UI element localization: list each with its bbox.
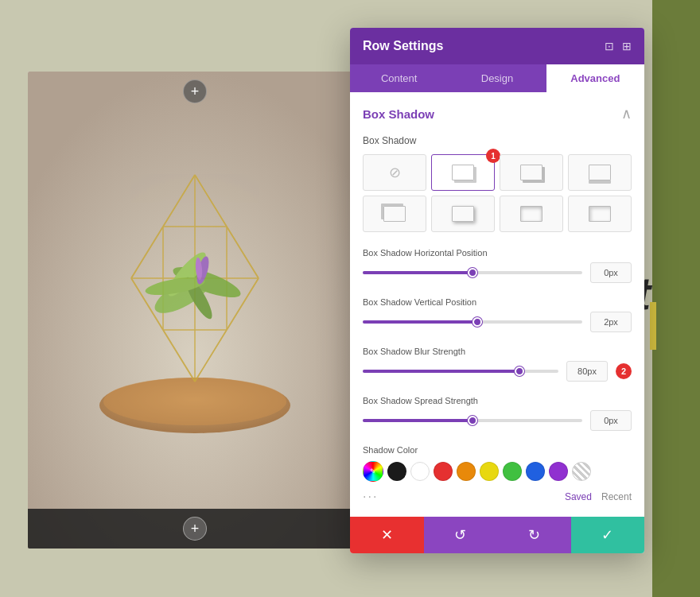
color-swatch-purple[interactable] <box>549 462 568 481</box>
shadow-preview-all <box>452 206 474 222</box>
color-swatch-yellow[interactable] <box>480 462 499 481</box>
slider-fill <box>363 419 472 422</box>
slider-spread-track[interactable] <box>363 419 582 422</box>
color-swatch-white[interactable] <box>410 462 430 481</box>
slider-thumb[interactable] <box>468 268 477 277</box>
cancel-button[interactable]: ✕ <box>350 517 424 553</box>
shadow-option-tl[interactable] <box>363 196 426 232</box>
slider-spread-value[interactable]: 0px <box>590 410 632 431</box>
slider-thumb[interactable] <box>515 366 524 376</box>
reset-icon: ↺ <box>454 526 466 544</box>
panel-header: Row Settings ⊡ ⊞ <box>350 28 644 64</box>
slider-horizontal-value[interactable]: 0px <box>590 262 632 283</box>
slider-spread-strength: Box Shadow Spread Strength 0px <box>363 396 632 431</box>
badge-2: 2 <box>616 363 632 379</box>
tabs-bar: Content Design Advanced <box>350 64 644 92</box>
confirm-button[interactable]: ✓ <box>571 517 645 553</box>
slider-fill <box>363 271 472 274</box>
shadow-preview-outer <box>452 165 474 180</box>
panel-title: Row Settings <box>363 39 443 53</box>
add-section-top-button[interactable]: + <box>183 79 207 103</box>
slider-horizontal-control: 0px <box>363 262 632 283</box>
slider-thumb[interactable] <box>468 416 477 425</box>
tab-content[interactable]: Content <box>350 64 448 92</box>
slider-blur-strength: Box Shadow Blur Strength 80px 2 <box>363 347 632 382</box>
shadow-preview-inset <box>589 206 611 222</box>
shadow-option-bottom[interactable] <box>568 154 632 191</box>
slider-vertical-control: 2px <box>363 312 632 332</box>
panel-header-icons: ⊡ ⊞ <box>605 40 632 52</box>
slider-spread-label: Box Shadow Spread Strength <box>363 396 632 405</box>
slider-fill <box>363 320 477 324</box>
color-swatch-black[interactable] <box>387 462 406 481</box>
slider-vertical-track[interactable] <box>363 320 582 324</box>
slider-vertical-position: Box Shadow Vertical Position 2px <box>363 297 632 332</box>
slider-fill <box>363 370 519 373</box>
saved-tab-saved[interactable]: Saved <box>565 491 592 502</box>
green-accent <box>652 0 700 597</box>
shadow-option-none[interactable]: ⊘ <box>363 154 426 191</box>
color-swatch-orange[interactable] <box>457 462 476 481</box>
slider-track-bg <box>363 370 558 373</box>
shadow-style-grid: ⊘ 1 <box>363 154 632 232</box>
slider-horizontal-label: Box Shadow Horizontal Position <box>363 248 632 258</box>
shadow-preview-bottom <box>589 165 611 180</box>
saved-tabs: Saved Recent <box>565 491 632 502</box>
plant-illustration <box>28 72 362 549</box>
confirm-icon: ✓ <box>601 526 613 544</box>
photo-container: + + <box>28 72 362 549</box>
no-shadow-icon: ⊘ <box>389 164 401 181</box>
panel-responsive-icon[interactable]: ⊡ <box>605 40 614 52</box>
slider-blur-control: 80px 2 <box>363 361 632 382</box>
slider-horizontal-position: Box Shadow Horizontal Position 0px <box>363 248 632 283</box>
reset-button[interactable]: ↺ <box>424 517 498 553</box>
slider-horizontal-track[interactable] <box>363 271 582 274</box>
section-title: Box Shadow <box>363 107 434 121</box>
more-options-icon[interactable]: ··· <box>363 490 378 504</box>
slider-blur-value[interactable]: 80px <box>566 361 608 382</box>
shadow-option-outer[interactable]: 1 <box>431 154 495 191</box>
settings-panel: Row Settings ⊡ ⊞ Content Design Advanced… <box>350 28 644 553</box>
shadow-option-all[interactable] <box>431 196 495 232</box>
shadow-option-inner[interactable] <box>500 196 563 232</box>
add-section-bottom-button[interactable]: + <box>183 517 207 541</box>
panel-expand-icon[interactable]: ⊞ <box>622 40 632 52</box>
shadow-preview-inner <box>520 206 542 222</box>
slider-blur-label: Box Shadow Blur Strength <box>363 347 632 356</box>
saved-tab-recent[interactable]: Recent <box>601 491 632 502</box>
color-swatch-blue[interactable] <box>526 462 545 481</box>
cancel-icon: ✕ <box>381 526 393 544</box>
color-label: Shadow Color <box>363 445 632 455</box>
slider-vertical-value[interactable]: 2px <box>590 312 632 332</box>
redo-button[interactable]: ↻ <box>497 517 571 553</box>
panel-content: Box Shadow ∧ Box Shadow ⊘ 1 <box>350 92 644 517</box>
badge-1: 1 <box>486 149 500 163</box>
shadow-preview-tl <box>383 206 406 222</box>
svg-point-2 <box>103 378 286 425</box>
action-bar: ✕ ↺ ↻ ✓ <box>350 517 644 553</box>
box-shadow-field-label: Box Shadow <box>363 135 632 146</box>
shadow-option-right[interactable] <box>500 154 563 191</box>
tab-advanced[interactable]: Advanced <box>546 64 644 92</box>
slider-track-bg <box>363 271 582 274</box>
slider-track-bg <box>363 320 582 324</box>
section-collapse-icon[interactable]: ∧ <box>621 105 632 122</box>
shadow-preview-right <box>520 165 542 180</box>
color-swatches: ✎ <box>363 461 632 482</box>
color-swatch-red[interactable] <box>434 462 453 481</box>
slider-thumb[interactable] <box>472 317 482 327</box>
section-header: Box Shadow ∧ <box>363 105 632 122</box>
color-picker-swatch[interactable]: ✎ <box>363 461 383 482</box>
slider-spread-control: 0px <box>363 410 632 431</box>
slider-track-bg <box>363 419 582 422</box>
slider-vertical-label: Box Shadow Vertical Position <box>363 297 632 307</box>
photo-background: + <box>28 72 362 549</box>
slider-blur-track[interactable] <box>363 370 558 373</box>
color-swatch-stripe[interactable] <box>572 462 591 481</box>
color-swatch-green[interactable] <box>503 462 522 481</box>
redo-icon: ↻ <box>528 526 540 544</box>
tab-design[interactable]: Design <box>448 64 546 92</box>
yellow-line <box>650 302 656 350</box>
shadow-option-inset[interactable] <box>568 196 632 232</box>
saved-row: ··· Saved Recent <box>363 490 632 504</box>
